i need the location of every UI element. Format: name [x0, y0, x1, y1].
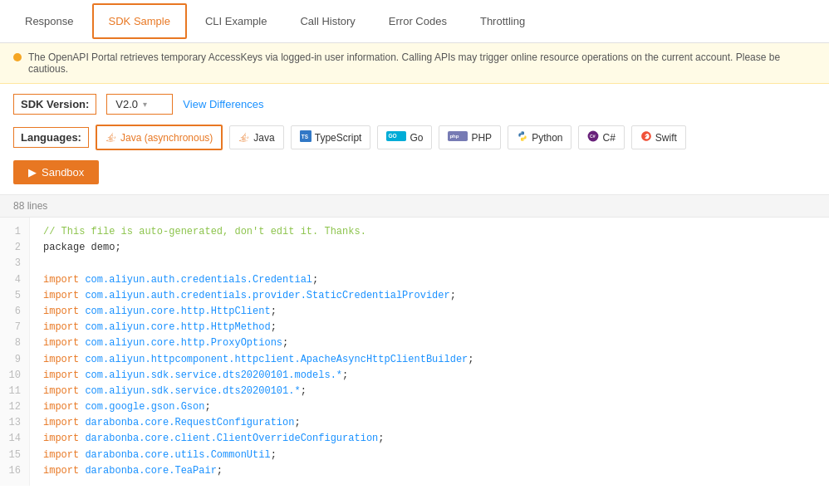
lang-btn-python[interactable]: Python: [508, 125, 571, 149]
warning-text: The OpenAPI Portal retrieves temporary A…: [28, 51, 816, 75]
svg-text:TS: TS: [301, 134, 308, 139]
line-numbers: 12345678910111213141516: [0, 218, 30, 486]
lang-btn-go[interactable]: GOGo: [377, 125, 432, 149]
tab-call-history[interactable]: Call History: [283, 3, 371, 39]
play-icon: ▶: [28, 166, 37, 179]
tab-error-codes[interactable]: Error Codes: [372, 3, 464, 39]
python-icon: [517, 130, 528, 144]
java-label: Java: [253, 132, 274, 144]
tab-bar: ResponseSDK SampleCLI ExampleCall Histor…: [0, 0, 829, 43]
sdk-version-select[interactable]: V2.0 ▾: [106, 94, 173, 115]
code-line-3: [43, 256, 816, 272]
go-label: Go: [410, 132, 423, 144]
code-line-8: import com.aliyun.core.http.ProxyOptions…: [43, 335, 816, 351]
java-async-label: Java (asynchronous): [120, 132, 213, 144]
languages-row: Languages: Java (asynchronous)JavaTSType…: [13, 125, 816, 150]
code-line-11: import com.aliyun.sdk.service.dts2020010…: [43, 384, 816, 399]
svg-text:GO: GO: [389, 133, 397, 139]
lang-btn-typescript[interactable]: TSTypeScript: [291, 125, 371, 149]
java-icon: [238, 130, 250, 144]
code-line-1: // This file is auto-generated, don't ed…: [43, 224, 816, 240]
code-line-15: import darabonba.core.utils.CommonUtil;: [43, 448, 816, 463]
sandbox-label: Sandbox: [42, 166, 84, 179]
sdk-version-label: SDK Version:: [13, 94, 96, 115]
view-differences-link[interactable]: View Differences: [183, 98, 263, 110]
tab-sdk-sample[interactable]: SDK Sample: [92, 3, 187, 39]
code-header: 88 lines: [0, 195, 829, 218]
typescript-label: TypeScript: [315, 132, 362, 144]
code-line-2: package demo;: [43, 240, 816, 256]
code-line-16: import darabonba.core.TeaPair;: [43, 463, 816, 479]
python-label: Python: [532, 132, 562, 144]
code-line-10: import com.aliyun.sdk.service.dts2020010…: [43, 368, 816, 384]
chevron-down-icon: ▾: [143, 100, 147, 109]
lang-btn-php[interactable]: phpPHP: [439, 125, 501, 149]
sandbox-button[interactable]: ▶ Sandbox: [13, 160, 99, 184]
sdk-version-row: SDK Version: V2.0 ▾ View Differences: [13, 94, 816, 115]
code-line-5: import com.aliyun.auth.credentials.provi…: [43, 288, 816, 304]
sdk-version-value: V2.0: [115, 98, 138, 110]
code-line-14: import darabonba.core.client.ClientOverr…: [43, 431, 816, 447]
code-line-12: import com.google.gson.Gson;: [43, 399, 816, 415]
tab-response[interactable]: Response: [8, 3, 91, 39]
warning-banner: The OpenAPI Portal retrieves temporary A…: [0, 43, 829, 84]
svg-text:C#: C#: [590, 134, 596, 139]
code-body: 12345678910111213141516 // This file is …: [0, 218, 829, 486]
typescript-icon: TS: [300, 130, 311, 144]
tab-throttling[interactable]: Throttling: [464, 3, 542, 39]
svg-text:php: php: [450, 134, 459, 139]
csharp-label: C#: [602, 132, 615, 144]
php-icon: php: [448, 130, 468, 144]
code-line-13: import darabonba.core.RequestConfigurati…: [43, 415, 816, 431]
php-label: PHP: [471, 132, 492, 144]
java-async-icon: [105, 130, 117, 144]
code-line-7: import com.aliyun.core.http.HttpMethod;: [43, 320, 816, 335]
csharp-icon: C#: [587, 130, 599, 144]
lang-btn-swift[interactable]: Swift: [631, 125, 686, 149]
go-icon: GO: [386, 130, 406, 144]
code-content[interactable]: // This file is auto-generated, don't ed…: [30, 218, 829, 486]
swift-label: Swift: [655, 132, 677, 144]
code-line-6: import com.aliyun.core.http.HttpClient;: [43, 304, 816, 320]
lines-count: 88 lines: [13, 200, 47, 212]
lang-btn-java[interactable]: Java: [229, 125, 283, 149]
tab-cli-example[interactable]: CLI Example: [189, 3, 283, 39]
languages-label: Languages:: [13, 127, 89, 148]
code-line-9: import com.aliyun.httpcomponent.httpclie…: [43, 352, 816, 368]
code-container: 88 lines 12345678910111213141516 // This…: [0, 194, 829, 486]
lang-btn-csharp[interactable]: C#C#: [578, 125, 624, 149]
code-line-4: import com.aliyun.auth.credentials.Crede…: [43, 272, 816, 288]
warning-icon: [13, 53, 22, 61]
lang-btn-java-async[interactable]: Java (asynchronous): [96, 125, 223, 150]
swift-icon: [640, 130, 652, 144]
controls-area: SDK Version: V2.0 ▾ View Differences Lan…: [0, 84, 829, 150]
